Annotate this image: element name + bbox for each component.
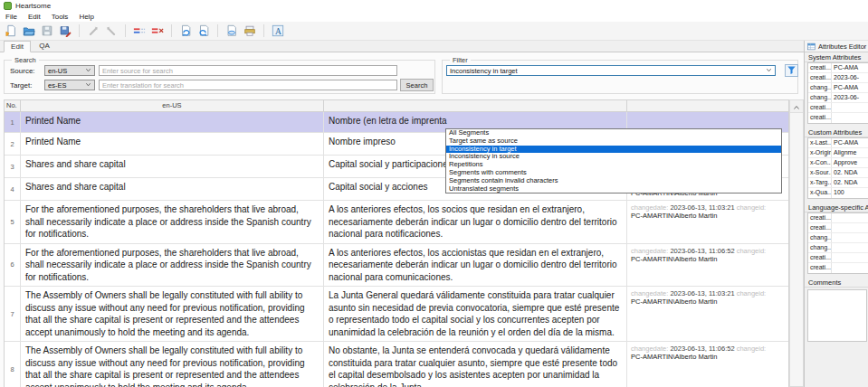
segment-source-cell[interactable]: Shares and share capital (21, 178, 324, 200)
filter-option[interactable]: Untranslated segments (446, 185, 781, 194)
attribute-row[interactable]: creati... (808, 253, 868, 263)
segment-number: 6 (5, 244, 21, 287)
attribute-value[interactable]: PC-AMA (832, 83, 868, 92)
segment-source-cell[interactable]: For the aforementioned purposes, the sha… (21, 244, 324, 287)
source-language-select[interactable]: en-US (44, 65, 95, 76)
attribute-value[interactable] (832, 243, 868, 252)
attribute-name: x-Sour... (808, 168, 832, 177)
attribute-row[interactable]: creati... (808, 223, 868, 233)
attribute-value[interactable]: 100 (832, 188, 868, 198)
filter-option[interactable]: All Segments (446, 129, 781, 137)
target-language-select[interactable]: es-ES (44, 80, 95, 90)
tab[interactable]: QA (31, 40, 58, 52)
attribute-value[interactable]: 02. NDA (832, 178, 868, 187)
segment-row[interactable]: 8 The Assembly of Owners shall be legall… (5, 342, 788, 387)
attribute-value[interactable]: Alignme (832, 148, 868, 157)
attribute-row[interactable]: chang... (808, 243, 868, 253)
attribute-row[interactable]: chang... 2023-06- (808, 93, 868, 103)
comments-box[interactable] (807, 289, 867, 342)
attribute-row[interactable]: creati... (808, 103, 868, 113)
attribute-row[interactable]: creati... (808, 213, 868, 223)
segment-source-cell[interactable]: For the aforementioned purposes, the sha… (21, 201, 324, 243)
segment-source-cell[interactable]: Printed Name (21, 112, 324, 132)
undo-icon[interactable] (84, 23, 102, 39)
attribute-row[interactable]: creati... 2023-06- (808, 73, 868, 83)
column-header-meta[interactable] (627, 100, 788, 111)
segment-row[interactable]: 5 For the aforementioned purposes, the s… (5, 201, 788, 244)
attribute-name: creati... (808, 103, 832, 112)
segment-source-cell[interactable]: The Assembly of Owners shall be legally … (21, 342, 324, 387)
convert-forward-icon[interactable] (195, 23, 213, 39)
open-file-icon[interactable] (20, 23, 38, 39)
attribute-value[interactable]: PC-AMA (832, 63, 868, 72)
attribute-row[interactable]: chang... (808, 233, 868, 243)
attribute-value[interactable]: 2023-06- (832, 93, 868, 102)
attribute-row[interactable]: x-Last... PC-AMA (808, 138, 868, 148)
tab[interactable]: Edit (4, 41, 31, 52)
segment-target-cell[interactable]: La Junta General quedará válidamente con… (324, 287, 627, 341)
convert-back-icon[interactable] (176, 23, 195, 39)
attribute-row[interactable]: x-Origin Alignme (808, 148, 868, 158)
filter-option[interactable]: Inconsistency in target (446, 146, 781, 154)
table-scrollbar[interactable] (789, 99, 804, 387)
attribute-row[interactable]: creati... PC-AMA (808, 63, 868, 73)
column-header-target[interactable] (324, 100, 627, 111)
segment-target-cell[interactable]: A los anteriores efectos, los accionista… (324, 244, 627, 287)
attribute-value[interactable]: Approve (832, 158, 868, 167)
save-icon[interactable] (38, 23, 56, 39)
attribute-row[interactable]: chang... PC-AMA (808, 83, 868, 93)
attribute-row[interactable]: x-Targ... 02. NDA (808, 178, 868, 188)
segment-number: 4 (5, 178, 21, 200)
merge-segment-icon[interactable] (148, 23, 167, 39)
segment-row[interactable]: 7 The Assembly of Owners shall be legall… (5, 287, 788, 342)
attribute-name: creati... (808, 223, 832, 232)
split-segment-icon[interactable] (130, 23, 148, 39)
segment-target-cell[interactable]: No obstante, la Junta se entenderá convo… (324, 342, 627, 387)
new-file-icon[interactable] (2, 23, 20, 39)
attribute-value[interactable] (832, 213, 868, 222)
filter-dropdown-list: All SegmentsTarget same as sourceInconsi… (445, 128, 782, 194)
segment-source-cell[interactable]: Shares and share capital (21, 156, 324, 177)
column-header-source[interactable]: en-US (21, 100, 324, 111)
save-as-icon[interactable] (56, 23, 74, 39)
filter-option[interactable]: Inconsistency in source (446, 153, 781, 161)
attribute-row[interactable]: creati... (808, 263, 868, 273)
search-button[interactable]: Search (400, 79, 434, 91)
target-search-input[interactable] (99, 80, 397, 90)
filter-option[interactable]: Repetitions (446, 161, 781, 169)
print-icon[interactable] (241, 23, 259, 39)
attribute-value[interactable] (832, 103, 868, 112)
menu-item[interactable]: Edit (23, 13, 46, 21)
scroll-up-button[interactable] (790, 100, 803, 113)
segment-target-cell[interactable]: A los anteriores efectos, los socios que… (324, 201, 627, 243)
menu-item[interactable]: Help (73, 13, 99, 21)
export-file-icon[interactable] (223, 23, 241, 39)
attribute-row[interactable]: creati... (808, 113, 868, 123)
filter-select[interactable]: Inconsistency in target (446, 65, 776, 76)
attribute-value[interactable] (832, 233, 868, 242)
svg-text:A: A (275, 26, 281, 36)
attribute-value[interactable]: 2023-06- (832, 73, 868, 82)
attribute-value[interactable] (832, 253, 868, 262)
font-icon[interactable]: A (269, 23, 287, 39)
source-search-input[interactable] (99, 65, 397, 76)
attribute-value[interactable] (832, 113, 868, 123)
attribute-value[interactable]: PC-AMA (832, 138, 868, 147)
attribute-row[interactable]: x-Qua... 100 (808, 188, 868, 198)
column-header-no[interactable]: No. (5, 100, 21, 111)
filter-option[interactable]: Segments with comments (446, 169, 781, 177)
attribute-value[interactable] (832, 263, 868, 273)
menu-item[interactable]: Tools (46, 13, 74, 21)
attribute-row[interactable]: x-Con... Approve (808, 158, 868, 168)
attribute-value[interactable] (832, 223, 868, 232)
filter-apply-button[interactable] (785, 64, 798, 77)
segment-row[interactable]: 6 For the aforementioned purposes, the s… (5, 244, 788, 288)
redo-icon[interactable] (102, 23, 120, 39)
segment-source-cell[interactable]: Printed Name (21, 133, 324, 155)
attribute-value[interactable]: 02. NDA (832, 168, 868, 177)
filter-option[interactable]: Target same as source (446, 137, 781, 146)
menu-item[interactable]: File (0, 13, 23, 21)
segment-source-cell[interactable]: The Assembly of Owners shall be legally … (21, 287, 324, 341)
filter-option[interactable]: Segments contain invalid characters (446, 177, 781, 185)
attribute-row[interactable]: x-Sour... 02. NDA (808, 168, 868, 178)
